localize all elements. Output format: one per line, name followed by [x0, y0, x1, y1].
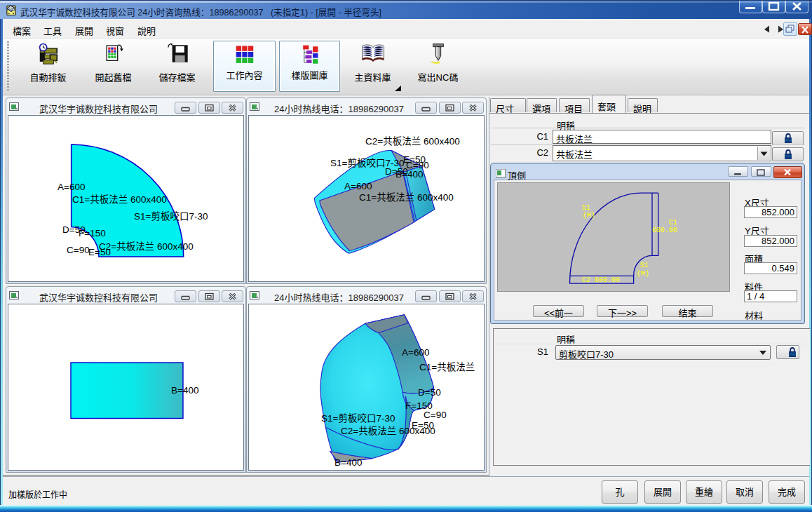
- svg-text:C1: C1: [669, 219, 677, 227]
- svg-text:B=400: B=400: [395, 169, 423, 180]
- svg-text:B=400: B=400: [334, 457, 362, 468]
- svg-text:C=90: C=90: [67, 245, 90, 255]
- svg-text:D=50: D=50: [418, 387, 441, 398]
- svg-text:C2=共板法兰 600x400: C2=共板法兰 600x400: [365, 136, 460, 147]
- svg-text:A=600: A=600: [344, 181, 372, 191]
- svg-text:A=600: A=600: [57, 182, 85, 192]
- svg-text:C2=共板法兰 600x400: C2=共板法兰 600x400: [341, 426, 435, 436]
- svg-text:E=50: E=50: [88, 247, 111, 257]
- svg-text:(M): (M): [583, 212, 595, 220]
- svg-text:B=400: B=400: [171, 385, 198, 396]
- svg-text:C2 600.00: C2 600.00: [582, 276, 620, 284]
- svg-text:C=90: C=90: [424, 410, 447, 420]
- svg-text:S1=剪板咬口7-30: S1=剪板咬口7-30: [134, 210, 208, 222]
- svg-text:A=600: A=600: [402, 347, 429, 358]
- svg-text:S1: S1: [640, 262, 649, 269]
- svg-text:C1=共板法兰 600x400: C1=共板法兰 600x400: [359, 192, 454, 203]
- svg-text:F=150: F=150: [79, 228, 106, 238]
- svg-text:S1: S1: [582, 204, 590, 212]
- svg-text:(M): (M): [637, 270, 649, 278]
- svg-text:C1=共板法兰 600x400: C1=共板法兰 600x400: [72, 194, 167, 205]
- svg-text:C2=共板法兰 600x400: C2=共板法兰 600x400: [99, 241, 194, 252]
- svg-text:S1=剪板咬口7-30: S1=剪板咬口7-30: [321, 412, 395, 424]
- svg-text:600.00: 600.00: [652, 227, 677, 234]
- svg-text:C1=共板法兰: C1=共板法兰: [419, 362, 475, 372]
